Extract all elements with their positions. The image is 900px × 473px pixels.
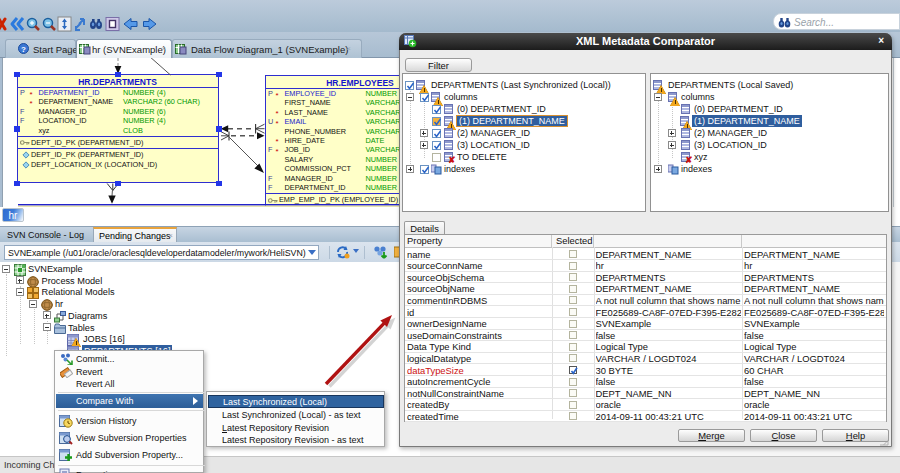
svg-text:?: ? [21,45,26,54]
